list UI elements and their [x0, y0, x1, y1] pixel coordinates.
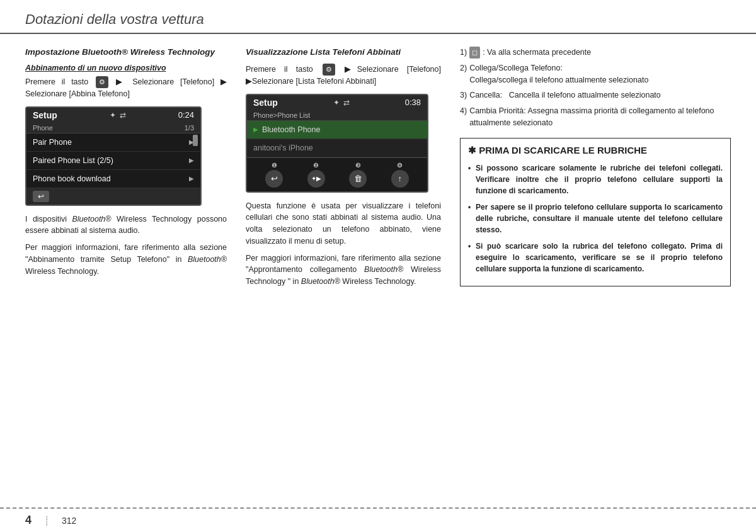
footer-doc-number: 312: [62, 516, 76, 526]
col1-footer-text: I dispositivi Bluetooth® Wireless Techno…: [25, 213, 227, 237]
phone-label-2: anitooni's iPhone: [253, 144, 313, 152]
icon-back: ❶ ↩: [265, 162, 283, 188]
icon-delete: ❸ 🗑: [349, 162, 367, 188]
list-item-3: 3) Cancella: Cancella il telefono attual…: [460, 89, 731, 101]
menu-item-pair-phone: Pair Phone ▶: [26, 133, 200, 152]
col2-intro: Premere il tasto ⚙ ▶Selezionare [Telefon…: [246, 64, 441, 88]
column-2: Visualizzazione Lista Telefoni Abbinati …: [239, 47, 454, 293]
screen2-icon-row: ❶ ↩ ❷ ✦▶ ❸ 🗑 ❹ ↑: [247, 157, 427, 191]
screen2-icons: ✦ ⇄: [333, 98, 350, 107]
icon-num-1: ❶: [272, 162, 277, 169]
bullet-2: Per sapere se il proprio telefono cellul…: [468, 201, 723, 235]
col1-subsection-title: Abbinamento di un nuovo dispositivo: [25, 64, 227, 72]
screen2-header: Setup ✦ ⇄ 0:38: [247, 95, 427, 110]
callout-title: ✱ PRIMA DI SCARICARE LE RUBRICHE: [468, 145, 723, 156]
screen1-title: Setup: [33, 110, 57, 120]
callout-box: ✱ PRIMA DI SCARICARE LE RUBRICHE Si poss…: [460, 138, 731, 286]
screen1-icons: ✦ ⇄: [110, 111, 126, 120]
menu-label-phonebook: Phone book download: [33, 174, 111, 183]
back-button: ↩: [33, 191, 49, 202]
footer-separator: ┊: [44, 516, 49, 526]
list-item-2: 2) Collega/Scollega Telefono:Collega/sco…: [460, 62, 731, 86]
setup-button-icon-2: ⚙: [323, 64, 335, 76]
screen1-subtitle-text: Phone: [33, 124, 53, 132]
item-1-text: : Va alla schermata precedente: [483, 47, 591, 59]
item-2-num: 2): [460, 62, 467, 86]
column-1: Impostazione Bluetooth® Wireless Technol…: [25, 47, 239, 293]
icon-pri-btn: ↑: [391, 170, 409, 188]
icon-priority: ❹ ↑: [391, 162, 409, 188]
col1-section-title: Impostazione Bluetooth® Wireless Technol…: [25, 47, 227, 59]
scrollbar-thumb: [193, 135, 198, 146]
screen1-footer: ↩: [26, 188, 200, 205]
screen1-body: Pair Phone ▶ Paired Phone List (2/5) ▶ P…: [26, 133, 200, 188]
phone-item-2: anitooni's iPhone: [247, 139, 427, 157]
col2-body1: Questa funzione è usata per visualizzare…: [246, 200, 441, 247]
arrows-icon-2: ⇄: [343, 98, 350, 107]
icon-num-2: ❷: [313, 162, 319, 169]
item-4-num: 4): [460, 105, 467, 129]
footer-page-number: 4: [25, 514, 32, 527]
bluetooth-icon: ✦: [110, 111, 116, 120]
item-1-num: 1): [460, 47, 467, 59]
list-item-1: 1) ◻ : Va alla schermata precedente: [460, 47, 731, 59]
numbered-list: 1) ◻ : Va alla schermata precedente 2) C…: [460, 47, 731, 129]
arrows-icon: ⇄: [120, 111, 126, 120]
screen1-page: 1/3: [185, 124, 194, 132]
screen2-subtitle: Phone>Phone List: [247, 110, 427, 121]
menu-item-phonebook: Phone book download ▶: [26, 170, 200, 188]
setup-screen-1-wrapper: Setup ✦ ⇄ 0:24 Phone 1/3 Pair Phone ▶: [25, 106, 227, 206]
phone-label-1: Bluetooth Phone: [262, 125, 320, 134]
menu-item-paired-list: Paired Phone List (2/5) ▶: [26, 152, 200, 170]
phone-item-1: ▶ Bluetooth Phone: [247, 121, 427, 139]
column-3: 1) ◻ : Va alla schermata precedente 2) C…: [454, 47, 731, 293]
icon-num-4: ❹: [397, 162, 403, 169]
scrollbar: [192, 133, 199, 188]
play-icon: ▶: [253, 126, 258, 133]
item-3-num: 3): [460, 89, 467, 101]
col1-intro-text: Premere il tasto: [25, 77, 88, 86]
menu-label-pair: Pair Phone: [33, 138, 72, 147]
item-4-text: Cambia Priorità: Assegna massima priorit…: [469, 105, 731, 129]
bullet-1: Si possono scaricare solamente le rubric…: [468, 162, 723, 196]
screen2-body: ▶ Bluetooth Phone anitooni's iPhone: [247, 121, 427, 157]
page-footer: 4 ┊ 312: [0, 507, 756, 532]
item-1-icon: ◻: [469, 47, 480, 59]
setup-screen-2: Setup ✦ ⇄ 0:38 Phone>Phone List ▶ Blueto…: [246, 94, 428, 193]
icon-back-btn: ↩: [265, 170, 283, 188]
list-item-4: 4) Cambia Priorità: Assegna massima prio…: [460, 105, 731, 129]
setup-screen-1: Setup ✦ ⇄ 0:24 Phone 1/3 Pair Phone ▶: [25, 106, 202, 206]
col1-intro: Premere il tasto ⚙ ▶ Selezionare [Telefo…: [25, 76, 227, 100]
col2-body2: Per maggiori informazioni, fare riferime…: [246, 252, 441, 288]
bullet-list: Si possono scaricare solamente le rubric…: [468, 162, 723, 274]
bullet-3: Si può scaricare solo la rubrica del tel…: [468, 241, 723, 274]
icon-num-3: ❸: [355, 162, 361, 169]
screen1-subtitle: Phone 1/3: [26, 123, 200, 133]
screen2-title: Setup: [253, 98, 278, 108]
main-content: Impostazione Bluetooth® Wireless Technol…: [0, 47, 756, 293]
page-title: Dotazioni della vostra vettura: [25, 11, 731, 28]
screen1-header: Setup ✦ ⇄ 0:24: [26, 108, 200, 123]
page-header: Dotazioni della vostra vettura: [0, 0, 756, 34]
icon-bt-btn: ✦▶: [307, 170, 325, 188]
icon-bluetooth: ❷ ✦▶: [307, 162, 325, 188]
col1-footer-text2: Per maggiori informazioni, fare riferime…: [25, 242, 227, 277]
col2-section-title: Visualizzazione Lista Telefoni Abbinati: [246, 47, 441, 59]
bluetooth-icon-2: ✦: [333, 98, 340, 107]
menu-label-paired: Paired Phone List (2/5): [33, 156, 113, 165]
item-3-text: Cancella: Cancella il telefono attualmen…: [469, 89, 661, 101]
setup-button-icon: ⚙: [96, 76, 108, 88]
icon-del-btn: 🗑: [349, 170, 367, 188]
item-2-text: Collega/Scollega Telefono:Collega/scolle…: [469, 62, 648, 86]
screen1-time: 0:24: [178, 110, 194, 120]
screen2-time: 0:38: [405, 98, 421, 107]
asterisk: ✱: [468, 145, 479, 156]
